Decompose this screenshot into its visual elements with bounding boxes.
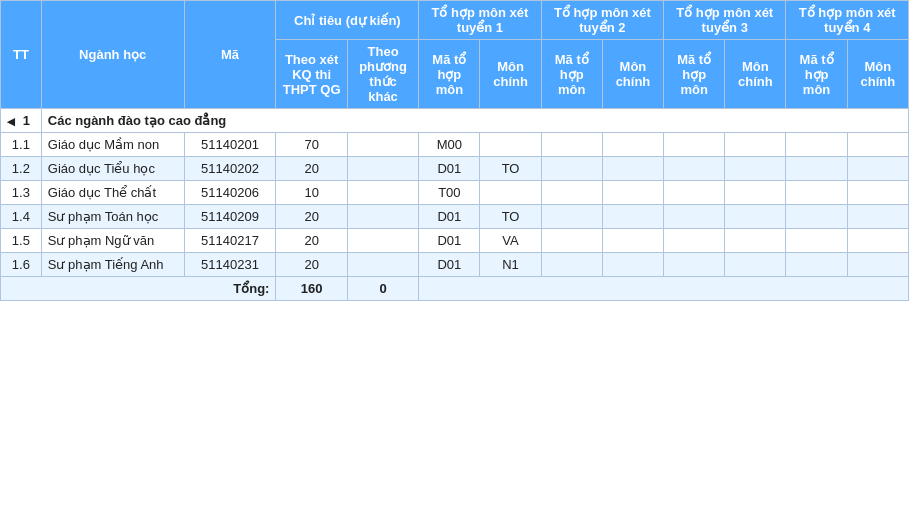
cell-monchinh1 — [480, 133, 541, 157]
total-theoPT: 0 — [347, 277, 418, 301]
cell-tt: 1.6 — [1, 253, 42, 277]
cell-tt: 1.2 — [1, 157, 42, 181]
cell-mahop2 — [541, 133, 602, 157]
header-tohop3: Tổ hợp môn xét tuyển 3 — [664, 1, 786, 40]
cell-monchinh1 — [480, 181, 541, 205]
cell-nganhhoc: Giáo dục Thể chất — [41, 181, 184, 205]
cell-mahop4 — [786, 205, 847, 229]
cell-monchinh4 — [847, 181, 908, 205]
cell-monchinh4 — [847, 229, 908, 253]
cell-theoKQ: 70 — [276, 133, 347, 157]
cell-monchinh3 — [725, 253, 786, 277]
cell-tt: 1.1 — [1, 133, 42, 157]
header-theoPT: Theo phương thức khác — [347, 40, 418, 109]
cell-monchinh3 — [725, 157, 786, 181]
cell-nganhhoc: Giáo dục Tiểu học — [41, 157, 184, 181]
cell-mahop4 — [786, 133, 847, 157]
cell-mahop1: D01 — [419, 229, 480, 253]
header-nganhhoc: Ngành học — [41, 1, 184, 109]
header-tohop2: Tổ hợp môn xét tuyển 2 — [541, 1, 663, 40]
cell-monchinh2 — [602, 133, 663, 157]
cell-monchinh4 — [847, 205, 908, 229]
cell-monchinh2 — [602, 229, 663, 253]
table-row: 1.4 Sư phạm Toán học 51140209 20 D01 TO — [1, 205, 909, 229]
total-label: Tổng: — [1, 277, 276, 301]
total-row: Tổng: 160 0 — [1, 277, 909, 301]
cell-mahop3 — [664, 181, 725, 205]
admission-table: TT Ngành học Mã Chỉ tiêu (dự kiến) Tổ hợ… — [0, 0, 909, 301]
cell-mahop3 — [664, 133, 725, 157]
cell-monchinh2 — [602, 181, 663, 205]
header-chitieu: Chỉ tiêu (dự kiến) — [276, 1, 419, 40]
cell-ma: 51140201 — [184, 133, 276, 157]
header-ma: Mã — [184, 1, 276, 109]
table-row: 1.3 Giáo dục Thể chất 51140206 10 T00 — [1, 181, 909, 205]
cell-mahop4 — [786, 253, 847, 277]
cell-monchinh1: VA — [480, 229, 541, 253]
cell-mahop2 — [541, 181, 602, 205]
cell-nganhhoc: Sư phạm Tiếng Anh — [41, 253, 184, 277]
cell-theoKQ: 20 — [276, 157, 347, 181]
cell-ma: 51140217 — [184, 229, 276, 253]
cell-mahop3 — [664, 205, 725, 229]
header-mahop-1: Mã tổ hợp môn — [419, 40, 480, 109]
cell-theoPT — [347, 157, 418, 181]
cell-monchinh4 — [847, 253, 908, 277]
cell-theoPT — [347, 133, 418, 157]
cell-monchinh2 — [602, 157, 663, 181]
cell-tt: 1.4 — [1, 205, 42, 229]
arrow-icon: ◀ — [7, 116, 15, 127]
cell-theoKQ: 10 — [276, 181, 347, 205]
cell-monchinh2 — [602, 205, 663, 229]
header-tohop4: Tổ hợp môn xét tuyển 4 — [786, 1, 909, 40]
cell-ma: 51140209 — [184, 205, 276, 229]
header-monchinh-2: Môn chính — [602, 40, 663, 109]
cell-monchinh3 — [725, 229, 786, 253]
cell-monchinh4 — [847, 157, 908, 181]
cell-theoPT — [347, 205, 418, 229]
cell-monchinh3 — [725, 205, 786, 229]
group-label: Các ngành đào tạo cao đẳng — [41, 109, 908, 133]
cell-mahop1: D01 — [419, 157, 480, 181]
cell-theoKQ: 20 — [276, 205, 347, 229]
header-mahop-2: Mã tổ hợp môn — [541, 40, 602, 109]
cell-theoKQ: 20 — [276, 253, 347, 277]
cell-tt: 1.3 — [1, 181, 42, 205]
cell-mahop4 — [786, 157, 847, 181]
table-row: 1.1 Giáo dục Mầm non 51140201 70 M00 — [1, 133, 909, 157]
cell-theoPT — [347, 229, 418, 253]
cell-mahop2 — [541, 205, 602, 229]
header-tt: TT — [1, 1, 42, 109]
cell-nganhhoc: Giáo dục Mầm non — [41, 133, 184, 157]
cell-mahop4 — [786, 181, 847, 205]
cell-tt: 1.5 — [1, 229, 42, 253]
total-theoKQ: 160 — [276, 277, 347, 301]
group-tt: ◀ 1 — [1, 109, 42, 133]
cell-mahop4 — [786, 229, 847, 253]
cell-monchinh4 — [847, 133, 908, 157]
cell-mahop2 — [541, 229, 602, 253]
cell-mahop2 — [541, 157, 602, 181]
cell-mahop1: M00 — [419, 133, 480, 157]
cell-monchinh1: N1 — [480, 253, 541, 277]
cell-ma: 51140202 — [184, 157, 276, 181]
cell-nganhhoc: Sư phạm Ngữ văn — [41, 229, 184, 253]
table-row: 1.5 Sư phạm Ngữ văn 51140217 20 D01 VA — [1, 229, 909, 253]
header-monchinh-3: Môn chính — [725, 40, 786, 109]
cell-monchinh2 — [602, 253, 663, 277]
cell-ma: 51140231 — [184, 253, 276, 277]
cell-mahop2 — [541, 253, 602, 277]
cell-theoPT — [347, 181, 418, 205]
cell-mahop3 — [664, 253, 725, 277]
group-header-row: ◀ 1 Các ngành đào tạo cao đẳng — [1, 109, 909, 133]
cell-nganhhoc: Sư phạm Toán học — [41, 205, 184, 229]
cell-monchinh3 — [725, 133, 786, 157]
cell-monchinh1: TO — [480, 157, 541, 181]
cell-theoKQ: 20 — [276, 229, 347, 253]
cell-mahop1: T00 — [419, 181, 480, 205]
header-monchinh-4: Môn chính — [847, 40, 908, 109]
cell-mahop1: D01 — [419, 253, 480, 277]
main-table-container: TT Ngành học Mã Chỉ tiêu (dự kiến) Tổ hợ… — [0, 0, 909, 301]
cell-monchinh3 — [725, 181, 786, 205]
cell-theoPT — [347, 253, 418, 277]
